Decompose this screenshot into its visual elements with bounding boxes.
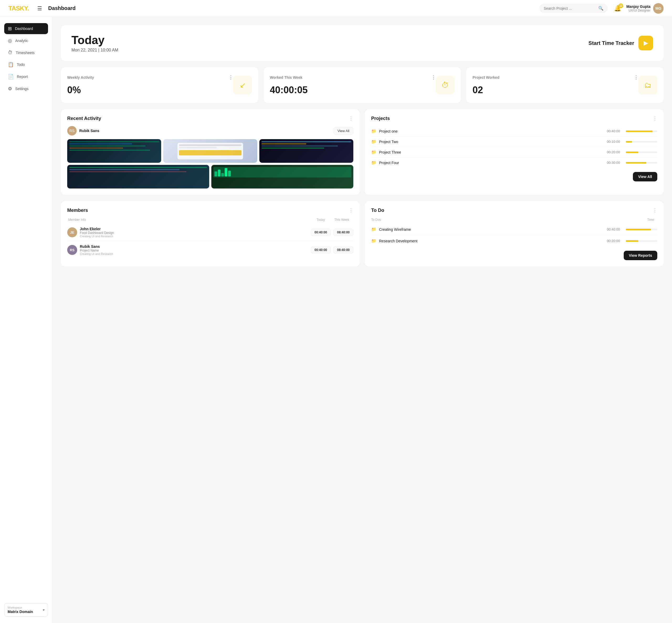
card-menu-icon[interactable]: ⋮	[348, 207, 353, 213]
analytic-icon: ◎	[8, 38, 12, 43]
projects-card: Projects ⋮ 📁 Project one 00:40:00 📁 Proj…	[365, 109, 664, 195]
folder-icon: 📁	[371, 139, 376, 144]
view-all-projects-button[interactable]: View All	[633, 172, 657, 181]
avatar: MG	[653, 3, 664, 13]
sidebar-item-timesheets[interactable]: ⏱ Timesheets	[4, 47, 48, 58]
member-week-time: 08:40:00	[333, 229, 353, 236]
todo-row: 📁 Creating Wireframe 00:40:00	[371, 224, 657, 235]
todo-card: To Do ⋮ To Dos Time 📁 Creating Wireframe…	[365, 201, 664, 266]
stat-icon-box: ⏱	[436, 76, 455, 94]
sidebar-item-analytic[interactable]: ◎ Analytic	[4, 35, 48, 46]
start-tracker: Start Time Tracker ▶	[588, 36, 653, 51]
activity-user-name: Rubik Sans	[79, 129, 99, 133]
view-reports-button[interactable]: View Reports	[624, 251, 657, 260]
member-week-time: 08:40:00	[333, 246, 353, 254]
todo-progress-bar	[626, 240, 657, 242]
card-title: Members	[67, 208, 88, 213]
avatar: RS	[67, 245, 77, 255]
search-input[interactable]	[544, 6, 598, 10]
search-bar[interactable]: 🔍	[540, 4, 608, 13]
user-role: UX/UI Designer	[626, 9, 650, 12]
todo-row: 📁 Research Development 00:20:00	[371, 235, 657, 246]
report-icon: 📄	[8, 74, 14, 80]
members-card: Members ⋮ Member Info Today This Week JE…	[61, 201, 360, 266]
notification-bell[interactable]: 🔔 12	[614, 5, 621, 12]
sidebar-item-todo[interactable]: 📋 Todo	[4, 59, 48, 70]
activity-image	[67, 165, 209, 188]
workspace-name: Matrix Domain	[8, 610, 33, 614]
sidebar-item-label: Report	[17, 75, 28, 79]
todo-header-todos: To Dos	[371, 218, 636, 221]
folder-icon: 📁	[371, 238, 376, 243]
member-today-time: 00:40:00	[311, 229, 331, 236]
card-header: Projects ⋮	[371, 116, 657, 121]
stat-value: 02	[472, 85, 638, 95]
app-logo: TASKY.	[8, 5, 29, 12]
stat-icon-box: ↙	[233, 76, 252, 94]
start-tracker-label: Start Time Tracker	[588, 40, 634, 46]
stat-label: Worked This Week	[270, 76, 302, 80]
stat-icon-box: 🗂	[638, 76, 657, 94]
member-project: Food Dashboard Design	[80, 231, 308, 235]
stat-card-weekly-activity: Weekly Activity ⋮ 0% ↙	[61, 67, 258, 103]
stat-label: Project Worked	[472, 76, 499, 80]
folder-icon: 📁	[371, 227, 376, 232]
folder-icon: 📁	[371, 150, 376, 155]
notification-badge: 12	[618, 3, 623, 8]
member-task: Creating UI and Research	[80, 252, 308, 256]
dashboard-icon: ⊞	[8, 26, 12, 31]
members-header-today: Today	[310, 218, 331, 221]
workspace-selector[interactable]: Workspace Matrix Domain ▾	[4, 603, 48, 617]
todo-time: 00:20:00	[604, 239, 620, 243]
project-row: 📁 Project one 00:40:00	[371, 126, 657, 137]
card-menu-icon[interactable]: ⋮	[652, 207, 657, 213]
play-button[interactable]: ▶	[638, 36, 653, 51]
sidebar-item-label: Settings	[15, 87, 29, 91]
sidebar-item-report[interactable]: 📄 Report	[4, 71, 48, 82]
card-title: Recent Activity	[67, 116, 101, 121]
activity-image	[67, 139, 161, 163]
todo-time: 00:40:00	[604, 227, 620, 231]
sidebar-item-dashboard[interactable]: ⊞ Dashboard	[4, 23, 48, 34]
folder-icon: 📁	[371, 160, 376, 165]
play-icon: ▶	[644, 40, 648, 47]
sidebar-item-label: Timesheets	[16, 51, 35, 55]
stat-value: 40:00:05	[270, 85, 436, 95]
today-date: Mon 22, 2021 | 10:00 AM	[71, 48, 118, 53]
stat-menu-icon[interactable]: ⋮	[634, 75, 638, 80]
project-row: 📁 Project Three 00:20:00	[371, 147, 657, 157]
sidebar-item-label: Todo	[17, 62, 25, 67]
search-icon[interactable]: 🔍	[598, 6, 604, 11]
folder-icon: 📁	[371, 129, 376, 134]
workspace-label: Workspace	[8, 606, 33, 609]
activity-image-grid-bottom	[67, 165, 353, 188]
members-table-header: Member Info Today This Week	[67, 218, 353, 221]
activity-image	[259, 139, 353, 163]
avatar: RS	[67, 126, 77, 136]
card-title: To Do	[371, 208, 384, 213]
stat-label: Weekly Activity	[67, 76, 94, 80]
two-col-top: Recent Activity ⋮ RS Rubik Sans View All	[61, 109, 664, 195]
page-title: Dashboard	[48, 5, 540, 11]
member-row: RS Rubik Sans Project Name Creating UI a…	[67, 241, 353, 259]
settings-icon: ⚙	[8, 86, 12, 92]
card-menu-icon[interactable]: ⋮	[652, 116, 657, 121]
hamburger-icon[interactable]: ☰	[37, 5, 42, 11]
todo-name: Research Development	[379, 239, 602, 243]
card-menu-icon[interactable]: ⋮	[348, 116, 353, 121]
view-all-button[interactable]: View All	[334, 127, 353, 135]
activity-down-icon: ↙	[240, 81, 246, 90]
clock-icon: ⏱	[441, 81, 449, 90]
card-title: Projects	[371, 116, 390, 121]
todo-name: Creating Wireframe	[379, 227, 602, 232]
members-header-info: Member Info	[68, 218, 310, 221]
sidebar-item-settings[interactable]: ⚙ Settings	[4, 83, 48, 94]
stat-menu-icon[interactable]: ⋮	[431, 75, 436, 80]
two-col-bottom: Members ⋮ Member Info Today This Week JE…	[61, 201, 664, 266]
todo-progress-bar	[626, 229, 657, 230]
member-name: John Ekeler	[80, 227, 308, 231]
project-name: Project one	[379, 129, 602, 134]
project-name: Project Three	[379, 150, 602, 154]
card-header: Recent Activity ⋮	[67, 116, 353, 121]
stat-menu-icon[interactable]: ⋮	[228, 75, 233, 80]
